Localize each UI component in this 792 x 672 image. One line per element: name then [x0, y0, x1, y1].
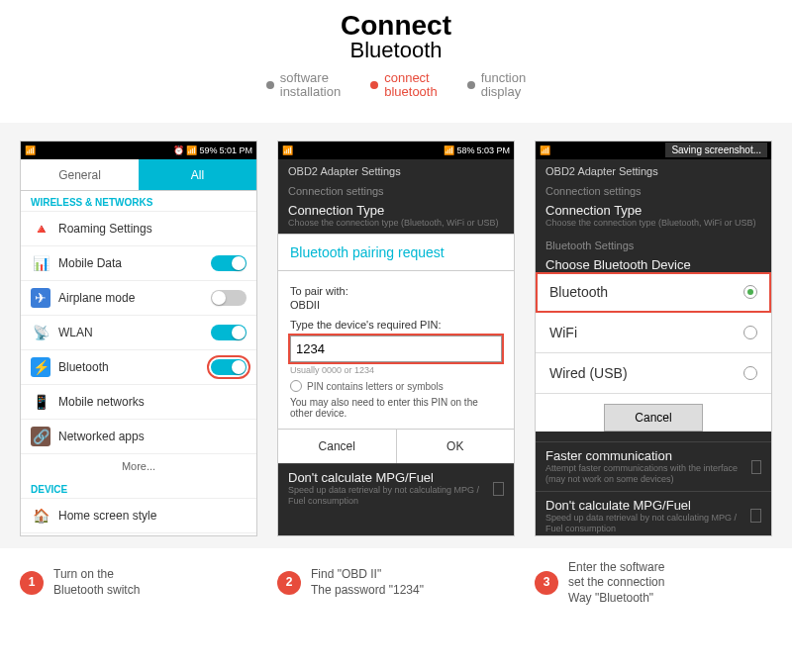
option-wired[interactable]: Wired (USB) — [536, 353, 771, 394]
row-airplane[interactable]: ✈Airplane mode — [21, 281, 256, 316]
section-wireless: WIRELESS & NETWORKS — [21, 191, 256, 212]
screen-title: OBD2 Adapter Settings — [278, 159, 514, 179]
captions-row: 1Turn on theBluetooth switch 2Find "OBD … — [0, 548, 792, 619]
radio-icon — [743, 326, 757, 339]
networks-icon: 📱 — [31, 392, 50, 412]
choose-bt-title: Choose Bluetooth Device — [536, 253, 771, 272]
wifi-icon: 📶 — [186, 145, 197, 155]
status-bar: 📶 ⏰📶59%5:01 PM — [21, 142, 256, 159]
caption-1: 1Turn on theBluetooth switch — [20, 560, 257, 607]
row-mobile-networks[interactable]: 📱Mobile networks — [21, 385, 256, 420]
caption-2: 2Find "OBD II"The password "1234" — [277, 560, 515, 607]
row-bluetooth[interactable]: ⚡Bluetooth — [21, 350, 256, 385]
dot-icon — [467, 81, 475, 89]
section-device: DEVICE — [21, 478, 256, 499]
screen-title: OBD2 Adapter Settings — [536, 159, 771, 179]
cancel-button[interactable]: Cancel — [278, 430, 397, 463]
wlan-icon: 📡 — [31, 323, 50, 342]
screenshot-3: 📶 Saving screenshot... OBD2 Adapter Sett… — [535, 141, 772, 536]
caption-3: 3Enter the softwareset the connectionWay… — [535, 560, 772, 607]
conn-settings-h: Connection settings — [536, 179, 771, 199]
bluetooth-icon: ⚡ — [31, 357, 50, 377]
nav-function: functiondisplay — [467, 71, 527, 100]
toggle-wlan[interactable] — [211, 325, 247, 340]
pair-with-label: To pair with: — [290, 285, 502, 297]
conn-type-sub: Choose the connection type (Bluetooth, W… — [278, 218, 514, 235]
airplane-icon: ✈ — [31, 288, 50, 308]
nav-connect: connectbluetooth — [370, 71, 438, 100]
toggle-bluetooth[interactable] — [211, 359, 247, 375]
checkbox-icon — [750, 509, 761, 523]
checkbox-icon — [493, 482, 504, 496]
option-wifi[interactable]: WiFi — [536, 313, 771, 353]
radio-icon — [290, 380, 302, 392]
pairing-dialog: Bluetooth pairing request To pair with: … — [278, 234, 514, 463]
connection-type-dialog: Bluetooth WiFi Wired (USB) Cancel — [536, 272, 771, 432]
step-number: 3 — [535, 571, 558, 595]
tab-all[interactable]: All — [139, 159, 256, 191]
radio-icon — [743, 366, 757, 380]
status-bar: 📶 📶58%5:03 PM — [278, 142, 514, 159]
row-dont-calc[interactable]: Don't calculate MPG/FuelSpeed up data re… — [278, 463, 514, 513]
conn-type-sub: Choose the connection type (Bluetooth, W… — [536, 218, 771, 235]
checkbox-icon — [751, 460, 761, 474]
toggle-mobile-data[interactable] — [211, 255, 247, 271]
page-header: Connect Bluetooth softwareinstallation c… — [0, 0, 792, 108]
conn-type-title: Connection Type — [278, 199, 514, 218]
step-number: 2 — [277, 571, 301, 595]
tab-general[interactable]: General — [21, 159, 139, 191]
alarm-icon: ⏰ — [173, 145, 184, 155]
pin-hint: Usually 0000 or 1234 — [290, 365, 502, 375]
row-sound[interactable]: 🔊Sound — [21, 533, 256, 536]
settings-tabs: General All — [21, 159, 256, 191]
screenshots-band: HTEDVRC 📶 ⏰📶59%5:01 PM General All WIREL… — [0, 123, 792, 548]
radio-icon — [743, 285, 757, 299]
row-faster[interactable]: Faster communicationAttempt faster commu… — [536, 441, 771, 491]
page-subtitle: Bluetooth — [0, 38, 792, 63]
conn-settings-h: Connection settings — [278, 179, 514, 199]
row-roaming[interactable]: 🔺Roaming Settings — [21, 212, 256, 246]
home-icon: 🏠 — [31, 506, 50, 526]
saving-toast: Saving screenshot... — [665, 143, 767, 157]
status-bar: 📶 Saving screenshot... — [536, 142, 771, 159]
row-wlan[interactable]: 📡WLAN — [21, 316, 256, 350]
row-mobile-data[interactable]: 📊Mobile Data — [21, 246, 256, 281]
pin-label: Type the device's required PIN: — [290, 319, 502, 331]
step-nav: softwareinstallation connectbluetooth fu… — [0, 71, 792, 100]
row-dont-calc[interactable]: Don't calculate MPG/FuelSpeed up data re… — [536, 491, 771, 536]
pair-with-value: OBDII — [290, 299, 502, 311]
signal-icon: 📶 — [25, 145, 36, 155]
pin-input[interactable] — [290, 336, 502, 362]
nav-software: softwareinstallation — [266, 71, 341, 100]
option-bluetooth[interactable]: Bluetooth — [536, 272, 771, 313]
pin-letters-checkbox[interactable]: PIN contains letters or symbols — [290, 380, 502, 392]
screenshot-2: 📶 📶58%5:03 PM OBD2 Adapter Settings Conn… — [277, 141, 515, 536]
signal-icon: 📶 — [540, 145, 550, 155]
row-networked-apps[interactable]: 🔗Networked apps — [21, 420, 256, 454]
bt-settings-h: Bluetooth Settings — [536, 234, 771, 253]
wifi-icon: 📶 — [444, 145, 454, 155]
ok-button[interactable]: OK — [397, 430, 515, 463]
cancel-button[interactable]: Cancel — [604, 404, 702, 432]
dot-icon — [370, 81, 378, 89]
data-icon: 📊 — [31, 253, 50, 273]
pin-note: You may also need to enter this PIN on t… — [290, 397, 502, 419]
roaming-icon: 🔺 — [31, 219, 50, 239]
dot-icon — [266, 81, 274, 89]
screenshot-1: 📶 ⏰📶59%5:01 PM General All WIRELESS & NE… — [20, 141, 257, 536]
dialog-title: Bluetooth pairing request — [278, 235, 514, 271]
row-home-screen[interactable]: 🏠Home screen style — [21, 499, 256, 533]
more-link[interactable]: More... — [21, 454, 256, 478]
signal-icon: 📶 — [282, 145, 293, 155]
dialog-footer: Cancel OK — [278, 429, 514, 463]
apps-icon: 🔗 — [31, 427, 50, 446]
step-number: 1 — [20, 571, 44, 595]
conn-type-title: Connection Type — [536, 199, 771, 218]
toggle-airplane[interactable] — [211, 290, 247, 306]
